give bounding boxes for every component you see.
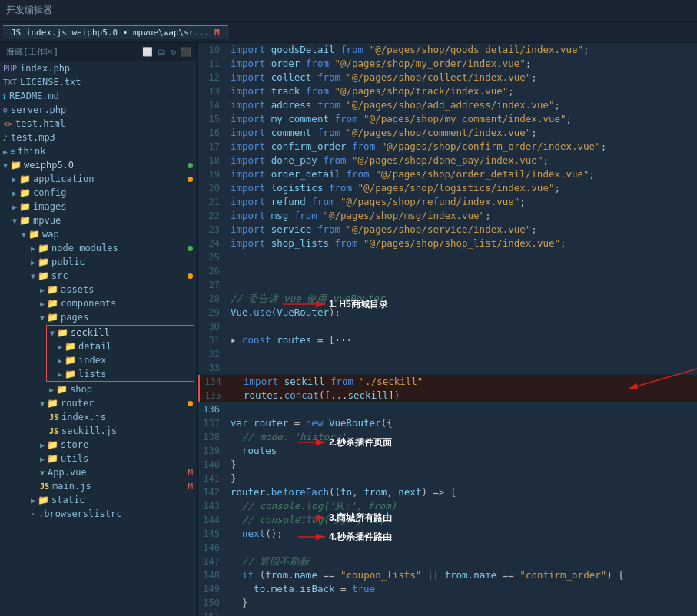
- sidebar-item-server-php[interactable]: ⚙ server.php: [0, 103, 197, 117]
- arrow-icon: ▶: [40, 300, 45, 308]
- sidebar-item-test-html[interactable]: <> test.html: [0, 117, 197, 131]
- code-content: import logistics from "@/pages/shop/logi…: [227, 181, 697, 195]
- code-line: 143 // console.log('从:', from): [198, 499, 697, 513]
- code-content: ▸ const routes = [···: [227, 333, 697, 347]
- sidebar-item-seckill[interactable]: ▼ 📁 seckill: [47, 326, 194, 339]
- sidebar-item-main-js[interactable]: JS main.js M: [0, 479, 197, 493]
- modified-dot: [188, 163, 193, 168]
- sidebar-item-utils[interactable]: ▶ 📁 utils: [0, 452, 197, 465]
- code-line: 24import shop_lists from "@/pages/shop/s…: [198, 237, 697, 250]
- line-number: 149: [198, 582, 227, 596]
- php-icon: PHP: [3, 65, 17, 73]
- folder-icon: 📁: [65, 369, 76, 379]
- sidebar-item-weiphp5[interactable]: ▼ 📁 weiphp5.0: [0, 158, 197, 172]
- line-number: 32: [198, 347, 227, 361]
- sidebar-item-license[interactable]: TXT LICENSE.txt: [0, 75, 197, 89]
- code-content: if (from.name == "coupon_lists" || from.…: [227, 568, 697, 582]
- arrow-icon: ▶: [31, 496, 35, 505]
- item-label: App.vue: [48, 467, 87, 478]
- code-line: 28// 委告诉 vue 使用 vueRouter: [198, 292, 697, 306]
- sidebar-item-node-modules[interactable]: ▶ 📁 node_modules: [0, 241, 197, 255]
- item-label: index.js: [61, 412, 106, 422]
- sidebar-item-wap[interactable]: ▼ 📁 wap: [0, 227, 197, 241]
- sidebar-header-icons: ⬜ 🗂 ↻ ⬛: [142, 47, 191, 57]
- sidebar-item-seckill-js[interactable]: JS seckill.js: [0, 424, 197, 438]
- folder-icon: 📁: [19, 187, 31, 198]
- sidebar: 海藏[工作区] ⬜ 🗂 ↻ ⬛ PHP index.php TXT LICENS…: [0, 43, 198, 616]
- sidebar-item-think[interactable]: ▶ ≡ think: [0, 144, 197, 158]
- sidebar-item-images[interactable]: ▶ 📁 images: [0, 200, 197, 214]
- item-label: test.mp3: [11, 132, 55, 143]
- active-tab[interactable]: JS index.js weiphp5.0 • mpvue\wap\sr... …: [3, 25, 228, 39]
- line-number: 143: [198, 499, 227, 513]
- code-line: 32: [198, 347, 697, 361]
- sidebar-item-browserslistrc[interactable]: · .browserslistrc: [0, 507, 197, 521]
- code-content: import service from "@/pages/shop/servic…: [227, 223, 697, 237]
- item-label: static: [51, 495, 85, 505]
- sidebar-item-detail[interactable]: ▶ 📁 detail: [47, 339, 194, 353]
- code-line: 134 import seckill from "./seckill": [198, 375, 697, 389]
- sidebar-item-router-index-js[interactable]: JS index.js: [0, 410, 197, 424]
- code-content: // 返回不刷新: [227, 555, 697, 568]
- sidebar-item-lists[interactable]: ▶ 📁 lists: [47, 367, 194, 381]
- sidebar-item-assets[interactable]: ▶ 📁 assets: [0, 283, 197, 296]
- sidebar-item-pages[interactable]: ▼ 📁 pages: [0, 310, 197, 324]
- item-label: store: [61, 439, 88, 450]
- new-folder-icon[interactable]: 🗂: [158, 47, 166, 57]
- code-content: [227, 541, 697, 555]
- sidebar-item-app-vue[interactable]: ▼ App.vue M: [0, 465, 197, 479]
- sidebar-item-static[interactable]: ▶ 📁 static: [0, 493, 197, 507]
- sidebar-item-mpvue[interactable]: ▼ 📁 mpvue: [0, 214, 197, 227]
- line-number: 30: [198, 320, 227, 333]
- new-file-icon[interactable]: ⬜: [142, 47, 153, 57]
- sidebar-item-application[interactable]: ▶ 📁 application: [0, 172, 197, 186]
- txt-icon: TXT: [3, 78, 17, 87]
- js-icon: JS: [49, 427, 58, 436]
- modified-badge: M: [188, 482, 193, 492]
- line-number: 21: [198, 195, 227, 209]
- code-line: 16import comment from "@/pages/shop/comm…: [198, 126, 697, 140]
- code-content: var router = new VueRouter({: [227, 416, 697, 430]
- item-label: components: [61, 298, 116, 309]
- item-label: router: [61, 398, 94, 409]
- line-number: 137: [198, 416, 227, 430]
- item-label: seckill.js: [61, 426, 117, 436]
- sidebar-item-components[interactable]: ▶ 📁 components: [0, 296, 197, 310]
- line-number: 29: [198, 306, 227, 320]
- code-content: [227, 347, 697, 361]
- sidebar-item-readme[interactable]: ℹ README.md: [0, 89, 197, 103]
- line-number: 10: [198, 43, 227, 57]
- folder-icon: 📁: [57, 327, 68, 338]
- refresh-icon[interactable]: ↻: [171, 47, 176, 57]
- code-line: 140}: [198, 458, 697, 472]
- sidebar-item-store[interactable]: ▶ 📁 store: [0, 438, 197, 452]
- item-label: pages: [61, 312, 88, 323]
- line-number: 151: [198, 610, 227, 616]
- arrow-icon: ▼: [40, 313, 45, 322]
- collapse-icon[interactable]: ⬛: [181, 47, 191, 57]
- sidebar-item-config[interactable]: ▶ 📁 config: [0, 186, 197, 200]
- sidebar-item-shop[interactable]: ▶ 📁 shop: [0, 383, 197, 396]
- sidebar-item-src[interactable]: ▼ 📁 src: [0, 269, 197, 283]
- code-content: import collect from "@/pages/shop/collec…: [227, 71, 697, 84]
- code-content: import address from "@/pages/shop/add_ad…: [227, 98, 697, 112]
- arrow-icon: ▶: [58, 343, 62, 351]
- sidebar-item-index-php[interactable]: PHP index.php: [0, 61, 197, 75]
- line-number: 142: [198, 485, 227, 499]
- line-number: 24: [198, 237, 227, 250]
- code-content: // mode: 'history',: [227, 430, 697, 444]
- item-label: public: [51, 257, 85, 267]
- code-line: 144 // console.log('到:', to): [198, 513, 697, 527]
- sidebar-item-public[interactable]: ▶ 📁 public: [0, 255, 197, 269]
- code-line: 26: [198, 264, 697, 278]
- sidebar-item-test-mp3[interactable]: ♪ test.mp3: [0, 131, 197, 144]
- sidebar-header-label: 海藏[工作区]: [6, 46, 58, 58]
- code-content: [227, 250, 697, 264]
- code-content: [227, 264, 697, 278]
- folder-icon: 📁: [19, 201, 31, 212]
- sidebar-item-index2[interactable]: ▶ 📁 index: [47, 353, 194, 367]
- arrow-icon: ▼: [12, 217, 17, 225]
- sidebar-item-router[interactable]: ▼ 📁 router: [0, 396, 197, 410]
- line-number: 135: [200, 389, 229, 402]
- code-line: 138 // mode: 'history',: [198, 430, 697, 444]
